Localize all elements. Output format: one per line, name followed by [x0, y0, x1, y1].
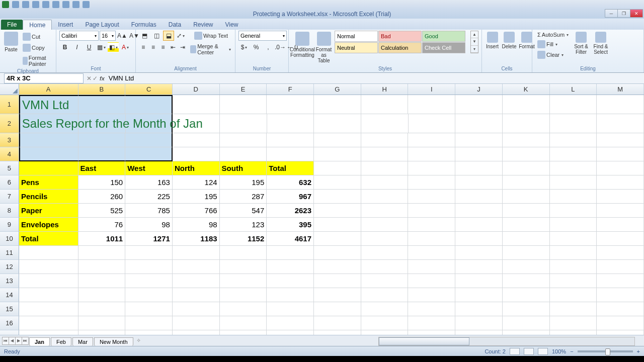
cell[interactable]: 1011: [78, 232, 126, 246]
cell[interactable]: [125, 288, 173, 302]
cell[interactable]: [550, 204, 597, 218]
cell[interactable]: West: [125, 161, 173, 175]
quickprint-icon[interactable]: [62, 1, 69, 8]
col-header-G[interactable]: G: [314, 84, 361, 95]
cell[interactable]: [455, 204, 503, 218]
cell[interactable]: [455, 246, 503, 260]
cell[interactable]: 632: [267, 175, 314, 190]
cell[interactable]: [314, 218, 361, 232]
cell[interactable]: [503, 133, 550, 147]
col-header-I[interactable]: I: [408, 84, 455, 95]
row-header-13[interactable]: 13: [0, 274, 19, 288]
row-header-10[interactable]: 10: [0, 232, 19, 246]
view-break-button[interactable]: [538, 348, 548, 355]
row-header-6[interactable]: 6: [0, 175, 19, 190]
cell[interactable]: [503, 161, 550, 175]
fill-button[interactable]: Fill: [535, 39, 571, 49]
cell[interactable]: [314, 330, 361, 335]
cell[interactable]: [361, 204, 409, 218]
cell[interactable]: 123: [220, 218, 267, 232]
cell[interactable]: [597, 190, 644, 204]
cell[interactable]: [19, 260, 78, 274]
cell[interactable]: [267, 114, 314, 133]
cell[interactable]: [19, 316, 78, 330]
cell[interactable]: [361, 260, 409, 274]
format-as-table-button[interactable]: Format as Table: [314, 31, 333, 64]
cell[interactable]: [550, 218, 597, 232]
cell[interactable]: [361, 133, 409, 147]
cell[interactable]: 163: [125, 175, 173, 190]
cell[interactable]: 195: [220, 175, 267, 190]
style-cell-check-cell[interactable]: Check Cell: [422, 42, 465, 53]
cell[interactable]: [78, 95, 126, 114]
cell[interactable]: [503, 316, 550, 330]
cell[interactable]: [19, 246, 78, 260]
col-header-B[interactable]: B: [78, 84, 126, 95]
cell[interactable]: [78, 316, 126, 330]
col-header-K[interactable]: K: [503, 84, 550, 95]
col-header-E[interactable]: E: [220, 84, 267, 95]
cell[interactable]: [597, 218, 644, 232]
cell[interactable]: [597, 302, 644, 316]
cell[interactable]: [19, 288, 78, 302]
cell[interactable]: 124: [173, 175, 220, 190]
cell[interactable]: [550, 133, 597, 147]
cell[interactable]: Envelopes: [19, 218, 78, 232]
cell[interactable]: [361, 161, 409, 175]
cell[interactable]: [503, 274, 550, 288]
align-middle-button[interactable]: ◫: [151, 31, 162, 41]
cell[interactable]: East: [78, 161, 126, 175]
cell[interactable]: [19, 161, 78, 175]
cell[interactable]: [597, 114, 644, 133]
cell[interactable]: [314, 114, 361, 133]
cell[interactable]: [19, 330, 78, 335]
cell[interactable]: [314, 302, 361, 316]
cell[interactable]: [78, 302, 126, 316]
cell[interactable]: [361, 246, 409, 260]
cell[interactable]: [19, 147, 78, 161]
cell[interactable]: [220, 147, 267, 161]
cell[interactable]: 225: [125, 190, 173, 204]
cell[interactable]: [550, 95, 597, 114]
cell[interactable]: [78, 288, 126, 302]
cell[interactable]: [550, 147, 597, 161]
cell[interactable]: [550, 232, 597, 246]
align-top-button[interactable]: ⬒: [139, 31, 150, 41]
cell[interactable]: [314, 288, 361, 302]
view-normal-button[interactable]: [510, 348, 520, 355]
cell[interactable]: [361, 274, 409, 288]
cell[interactable]: [597, 147, 644, 161]
cell[interactable]: [455, 175, 503, 190]
cell[interactable]: 76: [78, 218, 126, 232]
tab-view[interactable]: View: [219, 20, 245, 30]
delete-cells-button[interactable]: Delete: [501, 31, 517, 50]
row-header-15[interactable]: 15: [0, 302, 19, 316]
cell[interactable]: [455, 302, 503, 316]
cell[interactable]: [125, 330, 173, 335]
cell[interactable]: [125, 274, 173, 288]
col-header-J[interactable]: J: [455, 84, 503, 95]
zoom-slider[interactable]: [578, 350, 633, 352]
col-header-L[interactable]: L: [550, 84, 597, 95]
cell[interactable]: [220, 316, 267, 330]
cell[interactable]: [597, 274, 644, 288]
name-box[interactable]: 4R x 3C: [4, 73, 84, 83]
cell[interactable]: [550, 114, 597, 133]
sheet-tab-mar[interactable]: Mar: [72, 337, 93, 346]
sheet-tab-jan[interactable]: Jan: [29, 337, 50, 346]
cell[interactable]: Pencils: [19, 190, 78, 204]
cell[interactable]: [267, 246, 314, 260]
row-header-5[interactable]: 5: [0, 161, 19, 175]
cell[interactable]: [455, 274, 503, 288]
row-header-9[interactable]: 9: [0, 218, 19, 232]
accounting-format-button[interactable]: $: [238, 42, 250, 52]
cell[interactable]: [173, 147, 220, 161]
cell[interactable]: [550, 302, 597, 316]
cell[interactable]: [550, 190, 597, 204]
cell[interactable]: 260: [78, 190, 126, 204]
decrease-indent-button[interactable]: ⇤: [169, 42, 178, 52]
cell[interactable]: [455, 190, 503, 204]
tab-review[interactable]: Review: [187, 20, 219, 30]
font-name-select[interactable]: Calibri▾: [59, 31, 99, 41]
cell[interactable]: [503, 302, 550, 316]
